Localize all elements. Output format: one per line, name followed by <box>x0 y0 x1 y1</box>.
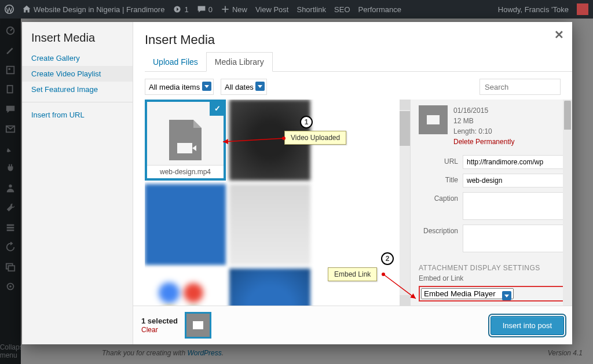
my-account[interactable]: Howdy, Francis 'Toke <box>498 5 569 14</box>
close-icon[interactable]: ✕ <box>554 28 564 42</box>
scroll-handle[interactable] <box>400 111 410 146</box>
annotation-embed-link: Embed Link <box>328 267 377 281</box>
modal-title: Insert Media <box>145 32 572 47</box>
details-scrollbar[interactable] <box>563 100 572 306</box>
filter-date[interactable]: All dates <box>221 79 267 95</box>
attachment-length: Length: 0:10 <box>453 126 514 137</box>
update-count: 1 <box>184 5 188 14</box>
url-field[interactable] <box>463 155 564 169</box>
description-label: Description <box>419 225 463 235</box>
sidebar-create-gallery[interactable]: Create Gallery <box>22 50 133 66</box>
video-file-icon <box>169 120 202 160</box>
description-field[interactable] <box>463 225 564 252</box>
clear-selection[interactable]: Clear <box>141 326 158 334</box>
tab-media-library[interactable]: Media Library <box>206 52 273 72</box>
media-tabs: Upload Files Media Library <box>145 52 572 72</box>
modal-sidebar: Insert Media Create Gallery Create Video… <box>22 22 133 344</box>
title-label: Title <box>419 174 463 184</box>
attachment-date: 01/16/2015 <box>453 105 514 116</box>
annotation-video-uploaded: Video Uploaded <box>284 131 346 145</box>
grid-scrollbar[interactable] <box>400 100 410 306</box>
filter-media-type[interactable]: All media items <box>145 79 214 95</box>
performance[interactable]: Performance <box>358 5 401 14</box>
filter-bar: All media items All dates <box>133 72 572 100</box>
delete-permanently[interactable]: Delete Permanently <box>453 137 514 147</box>
annotation-badge-1: 1 <box>300 116 313 128</box>
modal-main: ✕ Insert Media Upload Files Media Librar… <box>133 22 572 344</box>
view-post[interactable]: View Post <box>255 5 289 14</box>
check-icon: ✓ <box>210 101 225 116</box>
url-label: URL <box>419 155 463 166</box>
media-item[interactable] <box>145 184 226 265</box>
updates[interactable]: 1 <box>173 5 188 14</box>
insert-into-post-button[interactable]: Insert into post <box>490 316 564 335</box>
howdy-text: Howdy, Francis 'Toke <box>498 5 569 14</box>
seo[interactable]: SEO <box>334 5 350 14</box>
display-settings-heading: ATTACHMENT DISPLAY SETTINGS <box>419 264 564 272</box>
embed-or-link-select[interactable]: Embed Media Player <box>421 288 514 299</box>
site-home[interactable]: Website Design in Nigeria | Frandimore <box>22 5 164 14</box>
tab-upload-files[interactable]: Upload Files <box>145 53 206 71</box>
media-item-filename: web-design.mp4 <box>147 165 224 178</box>
embed-or-link-label: Embed or Link <box>419 274 564 282</box>
media-item[interactable] <box>145 269 226 306</box>
svg-point-0 <box>5 5 13 13</box>
scroll-up-icon[interactable] <box>400 100 410 110</box>
sidebar-set-featured[interactable]: Set Featured Image <box>22 82 133 97</box>
comments[interactable]: 0 <box>197 5 213 14</box>
search-input[interactable] <box>479 79 561 95</box>
sidebar-title: Insert Media <box>31 31 133 45</box>
title-field[interactable] <box>463 174 564 187</box>
shortlink[interactable]: Shortlink <box>296 5 326 14</box>
sidebar-create-video-playlist[interactable]: Create Video Playlist <box>22 66 133 82</box>
wp-logo[interactable] <box>5 5 14 14</box>
avatar[interactable] <box>577 3 588 15</box>
annotation-badge-2: 2 <box>381 252 394 265</box>
caption-field[interactable] <box>463 192 564 220</box>
scroll-down-icon[interactable] <box>400 295 410 306</box>
video-icon <box>193 321 203 329</box>
media-item[interactable] <box>229 269 310 306</box>
site-title: Website Design in Nigeria | Frandimore <box>34 5 164 14</box>
new-label: New <box>232 5 247 14</box>
attachment-details: 01/16/2015 12 MB Length: 0:10 Delete Per… <box>410 100 572 306</box>
comment-count: 0 <box>208 5 213 14</box>
media-item-selected[interactable]: ✓ web-design.mp4 <box>145 100 226 181</box>
sidebar-insert-from-url[interactable]: Insert from URL <box>22 107 133 123</box>
media-item[interactable] <box>229 184 310 265</box>
selected-count: 1 selected <box>141 317 178 325</box>
attachment-thumb <box>419 105 448 134</box>
modal-footer: 1 selected Clear Insert into post <box>133 306 572 344</box>
caption-label: Caption <box>419 192 463 203</box>
new-content[interactable]: New <box>221 5 247 14</box>
video-icon <box>427 115 440 124</box>
media-modal: Insert Media Create Gallery Create Video… <box>22 22 572 344</box>
attachment-size: 12 MB <box>453 116 514 126</box>
sidebar-separator <box>22 102 133 102</box>
selected-thumbnail[interactable] <box>185 312 211 339</box>
wp-admin-bar: Website Design in Nigeria | Frandimore 1… <box>0 0 593 19</box>
embed-select-highlight: Embed Media Player <box>419 286 564 302</box>
